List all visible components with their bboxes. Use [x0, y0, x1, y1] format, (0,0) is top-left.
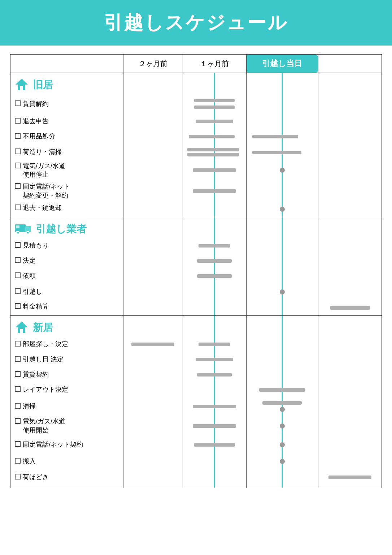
checkbox[interactable]	[15, 371, 21, 377]
task-text: 賃貸解約	[23, 99, 49, 108]
section-header-kyukyo: 旧居	[10, 73, 382, 94]
svg-point-12	[17, 231, 19, 234]
header: 引越しスケジュール	[0, 0, 392, 46]
checkbox[interactable]	[15, 403, 21, 409]
svg-marker-16	[16, 322, 28, 327]
kyukyo-label: 旧居	[33, 79, 53, 90]
header-row: ２ヶ月前 １ヶ月前 引越し当日	[10, 55, 382, 73]
task-row: 賃貸解約	[10, 94, 382, 114]
checkbox[interactable]	[15, 257, 21, 263]
page-title: 引越しスケジュール	[7, 10, 385, 35]
col-header-after	[318, 55, 382, 73]
checkbox[interactable]	[15, 458, 21, 464]
task-row: 見積もり	[10, 238, 382, 253]
task-row: 決定	[10, 253, 382, 268]
checkbox[interactable]	[15, 341, 21, 347]
task-row: 固定電話/ネット契約	[10, 436, 382, 453]
shinkyo-label: 新居	[33, 322, 53, 333]
task-row: 固定電話/ネット契約変更・解約	[10, 181, 382, 202]
movers-icon	[15, 223, 31, 235]
task-row: 退去申告	[10, 114, 382, 129]
checkbox[interactable]	[15, 288, 21, 294]
checkbox[interactable]	[15, 242, 21, 248]
checkbox[interactable]	[15, 163, 21, 168]
task-row: 依頼	[10, 268, 382, 284]
checkbox[interactable]	[15, 356, 21, 362]
kyukyo-icon	[15, 78, 29, 92]
checkbox[interactable]	[15, 272, 21, 278]
task-row: 電気/ガス/水道使用開始	[10, 416, 382, 436]
task-row: 賃貸契約	[10, 367, 382, 382]
task-row: 引越し日 決定	[10, 352, 382, 367]
svg-rect-9	[16, 225, 19, 228]
shinkyo-icon	[15, 321, 29, 335]
task-row: 部屋探し・決定	[10, 337, 382, 352]
moving-day-label: 引越し当日	[262, 59, 302, 68]
task-row: 料金精算	[10, 300, 382, 316]
svg-point-13	[27, 231, 29, 234]
checkbox[interactable]	[15, 100, 21, 106]
svg-rect-11	[25, 226, 31, 232]
col-header-task	[10, 55, 123, 73]
task-row: 清掃	[10, 397, 382, 416]
checkbox[interactable]	[15, 149, 21, 154]
col-header-day: 引越し当日	[246, 55, 318, 73]
task-row: 退去・鍵返却	[10, 202, 382, 217]
checkbox[interactable]	[15, 118, 21, 124]
svg-rect-1	[20, 86, 23, 90]
schedule-table: ２ヶ月前 １ヶ月前 引越し当日	[10, 54, 382, 488]
task-row: 不用品処分	[10, 129, 382, 144]
page-wrapper: 引越しスケジュール ２ヶ月前 １ヶ月前 引越し当日	[0, 0, 392, 497]
checkbox[interactable]	[15, 205, 21, 210]
checkbox[interactable]	[15, 303, 21, 309]
task-row: 電気/ガス/水道使用停止	[10, 160, 382, 181]
task-row: 引越し	[10, 284, 382, 300]
section-header-shinkyo: 新居	[10, 315, 382, 337]
section-header-movers: 引越し業者	[10, 217, 382, 238]
checkbox[interactable]	[15, 183, 21, 189]
svg-marker-2	[16, 79, 28, 85]
movers-label: 引越し業者	[36, 223, 87, 235]
col-header-1m: １ヶ月前	[183, 55, 246, 73]
checkbox[interactable]	[15, 474, 21, 479]
svg-rect-15	[20, 329, 23, 333]
checkbox[interactable]	[15, 441, 21, 447]
col-header-2m: ２ヶ月前	[123, 55, 183, 73]
task-row: 荷造り・清掃	[10, 144, 382, 160]
task-row: レイアウト決定	[10, 382, 382, 397]
checkbox[interactable]	[15, 418, 21, 424]
content-area: ２ヶ月前 １ヶ月前 引越し当日	[0, 46, 392, 497]
task-row: 荷ほどき	[10, 470, 382, 488]
checkbox[interactable]	[15, 133, 21, 139]
checkbox[interactable]	[15, 386, 21, 392]
task-row: 搬入	[10, 453, 382, 470]
